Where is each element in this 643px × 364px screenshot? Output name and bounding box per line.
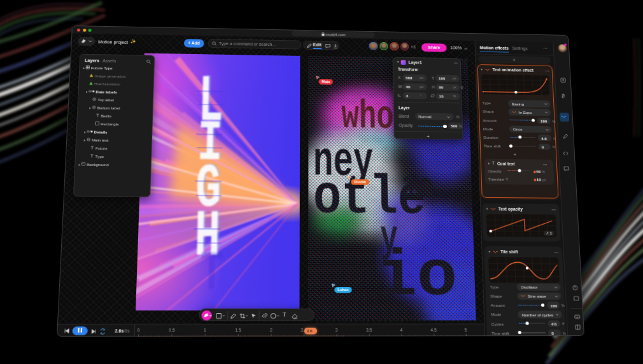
svg-text:2: 2 xyxy=(270,328,272,332)
svg-text:4.5: 4.5 xyxy=(430,328,437,332)
svg-text:5: 5 xyxy=(465,328,467,332)
svg-text:3.5: 3.5 xyxy=(366,328,372,332)
svg-text:1.5: 1.5 xyxy=(235,328,241,332)
svg-text:?: ? xyxy=(574,286,576,290)
svg-text:0: 0 xyxy=(137,328,140,333)
svg-text:T: T xyxy=(199,243,224,305)
svg-text:4: 4 xyxy=(400,328,403,332)
svg-text:3: 3 xyxy=(336,328,338,332)
svg-text:0.5: 0.5 xyxy=(169,328,175,333)
svg-text:1: 1 xyxy=(204,328,207,332)
